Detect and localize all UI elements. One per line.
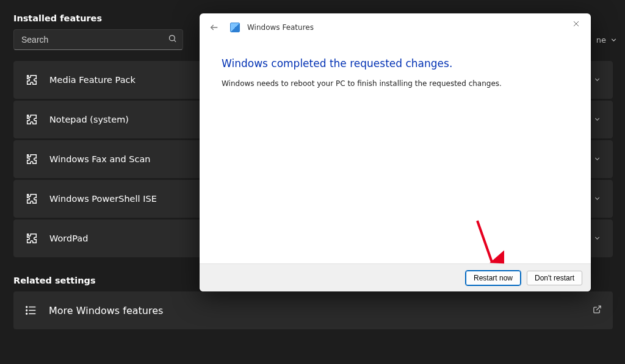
- svg-line-1: [174, 40, 176, 42]
- search-input[interactable]: [13, 29, 183, 50]
- dialog-header: Windows Features: [200, 13, 591, 41]
- search-icon: [168, 34, 177, 46]
- svg-point-6: [26, 310, 27, 311]
- chevron-down-icon: [593, 193, 601, 205]
- dont-restart-button[interactable]: Don't restart: [527, 271, 582, 285]
- windows-features-dialog: Windows Features Windows completed the r…: [200, 13, 591, 291]
- puzzle-icon: [25, 152, 38, 166]
- dialog-body-text: Windows needs to reboot your PC to finis…: [222, 79, 569, 88]
- svg-point-5: [26, 307, 27, 308]
- windows-features-icon: [230, 23, 240, 32]
- search-row: [13, 29, 183, 50]
- link-label: More Windows features: [49, 305, 163, 316]
- svg-point-0: [170, 35, 175, 41]
- svg-point-7: [26, 313, 27, 315]
- puzzle-icon: [25, 232, 38, 245]
- chevron-down-icon: [593, 74, 601, 86]
- dialog-footer: Restart now Don't restart: [200, 263, 591, 291]
- puzzle-icon: [25, 73, 38, 87]
- chevron-down-icon: [593, 233, 601, 244]
- partial-label: ne: [596, 35, 606, 45]
- dialog-body: Windows completed the requested changes.…: [200, 41, 591, 88]
- chevron-down-icon: [593, 114, 601, 126]
- dialog-title: Windows Features: [247, 23, 314, 32]
- svg-line-8: [596, 305, 601, 310]
- puzzle-icon: [25, 192, 38, 205]
- partial-collapsed-row[interactable]: ne: [596, 35, 618, 45]
- dialog-headline: Windows completed the requested changes.: [222, 57, 569, 70]
- external-link-icon: [593, 305, 602, 316]
- more-windows-features-link[interactable]: More Windows features: [13, 291, 613, 329]
- chevron-down-icon: [593, 154, 601, 165]
- close-button[interactable]: [563, 15, 590, 33]
- list-icon: [24, 304, 38, 317]
- chevron-down-icon: [610, 36, 618, 44]
- restart-now-button[interactable]: Restart now: [466, 271, 521, 285]
- puzzle-icon: [25, 113, 38, 126]
- back-button[interactable]: [206, 19, 223, 36]
